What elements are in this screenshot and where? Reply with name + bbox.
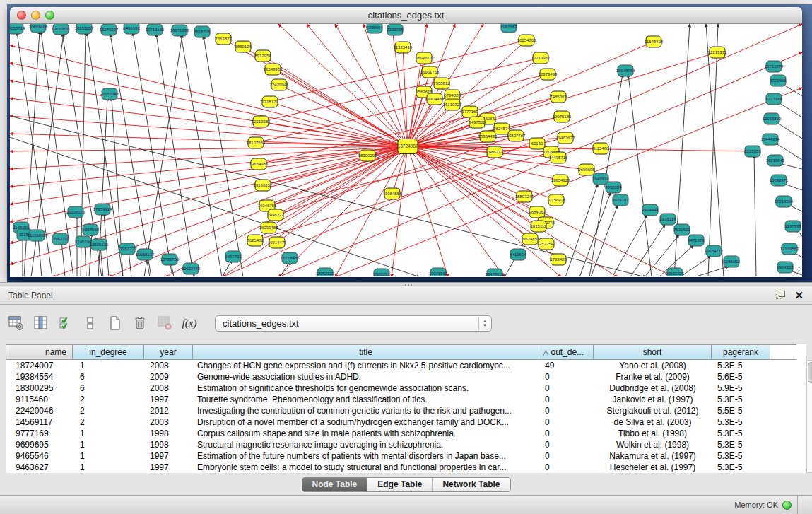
network-node[interactable]: 19654923 xyxy=(551,175,570,186)
network-node[interactable]: 19463627 xyxy=(556,132,575,144)
cell-title[interactable]: Estimation of the future numbers of pati… xyxy=(193,450,539,462)
network-edge[interactable] xyxy=(10,134,408,146)
network-node[interactable]: 11325419 xyxy=(394,42,413,53)
network-node[interactable]: 6398694 xyxy=(366,24,383,33)
table-row[interactable]: 969969511998Structural magnetic resonanc… xyxy=(6,439,806,450)
resize-grip-icon[interactable] xyxy=(791,265,801,275)
table-scrollbar-thumb[interactable] xyxy=(808,362,812,383)
network-node[interactable]: 9329966 xyxy=(770,75,787,86)
network-node[interactable]: 18107554 xyxy=(247,137,266,148)
network-node[interactable]: 6479197 xyxy=(612,194,629,206)
cell-in-degree[interactable]: 1 xyxy=(73,360,144,371)
tab-node-table[interactable]: Node Table xyxy=(302,478,367,491)
network-edge[interactable] xyxy=(10,63,408,146)
cell-title[interactable]: Genome-wide association studies in ADHD. xyxy=(193,371,539,382)
network-node[interactable]: 8912954 xyxy=(254,50,271,62)
table-row[interactable]: 946554611997Estimation of the future num… xyxy=(6,450,806,462)
network-node-hub[interactable]: 18724007 xyxy=(398,139,418,154)
network-edge[interactable] xyxy=(392,146,408,276)
cell-name[interactable]: 9777169 xyxy=(6,428,73,439)
cell-year[interactable]: 1997 xyxy=(144,462,193,473)
network-edge[interactable] xyxy=(408,146,753,151)
cell-name[interactable]: 18300295 xyxy=(6,382,73,394)
network-node[interactable]: 1733426 xyxy=(550,254,567,265)
network-node[interactable]: 20501321 xyxy=(666,268,685,276)
cell-short[interactable]: Dudbridge et al. (2008) xyxy=(594,382,712,394)
cell-title[interactable]: Corpus callosum shape and size in male p… xyxy=(193,428,539,439)
network-node[interactable]: 20153346 xyxy=(100,88,119,100)
cell-pagerank[interactable]: 5.3E-5 xyxy=(712,450,770,462)
network-node[interactable]: 10653287 xyxy=(75,24,94,34)
network-node[interactable]: 16476508 xyxy=(486,269,505,276)
cell-year[interactable]: 1998 xyxy=(144,428,193,439)
network-node[interactable]: 62160 xyxy=(529,138,545,149)
network-node[interactable]: 12923446 xyxy=(182,263,201,274)
network-edge[interactable] xyxy=(591,205,618,276)
column-header-short[interactable]: short xyxy=(594,344,712,360)
network-edge[interactable] xyxy=(579,192,611,276)
network-node[interactable]: 10654112 xyxy=(705,245,724,257)
cell-pagerank[interactable]: 5.3E-5 xyxy=(712,394,770,405)
network-node[interactable]: 19904487 xyxy=(425,93,445,105)
network-node[interactable]: 10756928 xyxy=(547,194,566,206)
network-node[interactable]: 19654985 xyxy=(249,158,269,170)
network-node[interactable]: 12975185 xyxy=(553,111,572,122)
cell-title[interactable]: Structural magnetic resonance image aver… xyxy=(193,439,539,450)
cell-in-degree[interactable]: 2 xyxy=(73,416,144,428)
network-edge[interactable] xyxy=(261,58,541,122)
network-node[interactable]: 9560291 xyxy=(373,269,390,276)
network-node[interactable]: 9684067 xyxy=(529,206,546,218)
network-node[interactable]: 9097548 xyxy=(82,224,99,235)
column-header-title[interactable]: title xyxy=(193,344,539,360)
cell-short[interactable]: Hescheler et al. (1997) xyxy=(594,462,712,473)
network-edge[interactable] xyxy=(628,74,652,276)
network-edge[interactable] xyxy=(85,244,86,276)
table-row[interactable]: 946362711997Embryonic stem cells: a mode… xyxy=(6,462,806,473)
network-edge[interactable] xyxy=(10,146,408,243)
network-node[interactable]: 7632621 xyxy=(673,224,690,235)
cell-short[interactable]: Jankovic et al. (1997) xyxy=(594,394,712,405)
cell-in-degree[interactable]: 1 xyxy=(73,462,144,473)
network-node[interactable]: 19166852 xyxy=(254,180,273,191)
column-header-out-de-[interactable]: △out_de... xyxy=(539,344,594,360)
network-node[interactable]: 16543982 xyxy=(264,64,283,75)
network-node[interactable]: 3498222 xyxy=(267,209,284,221)
cell-out-de-[interactable]: 0 xyxy=(539,394,594,405)
network-node[interactable]: 16958107 xyxy=(136,249,155,260)
cell-in-degree[interactable]: 2 xyxy=(73,394,144,405)
network-edge[interactable] xyxy=(133,33,172,276)
network-node[interactable]: 20206576 xyxy=(66,206,86,218)
network-node[interactable]: 16782759 xyxy=(160,254,180,265)
table-row[interactable]: 1938455462009Genome-wide association stu… xyxy=(6,371,806,382)
network-node[interactable]: 19384554 xyxy=(383,188,402,199)
network-edge[interactable] xyxy=(775,122,802,139)
close-panel-icon[interactable]: ✕ xyxy=(794,291,804,300)
table-selector-dropdown[interactable]: citations_edges.txt ▲▼ xyxy=(215,315,492,332)
cell-short[interactable]: Tibbo et al. (1998) xyxy=(594,428,712,439)
column-header-pagerank[interactable]: pagerank xyxy=(712,344,770,360)
cell-pagerank[interactable]: 5.3E-5 xyxy=(712,360,770,371)
row-height-icon[interactable] xyxy=(81,314,100,332)
cell-out-de-[interactable]: 0 xyxy=(539,405,594,416)
zoom-window-button[interactable] xyxy=(45,11,54,20)
network-node[interactable]: 8215958 xyxy=(744,146,761,157)
float-panel-icon[interactable] xyxy=(776,291,786,300)
cell-title[interactable]: Embryonic stem cells: a model to study s… xyxy=(193,462,539,473)
network-node[interactable]: 9860124 xyxy=(235,41,252,52)
tab-edge-table[interactable]: Edge Table xyxy=(367,478,432,491)
network-edge[interactable] xyxy=(10,146,408,151)
network-edge[interactable] xyxy=(259,146,408,164)
network-node[interactable]: 6497568 xyxy=(469,117,486,128)
table-row[interactable]: 911546021997Tourette syndrome. Phenomeno… xyxy=(6,394,806,405)
cell-short[interactable]: Nakamura et al. (1997) xyxy=(594,450,712,462)
cell-pagerank[interactable]: 5.3E-5 xyxy=(712,439,770,450)
network-edge[interactable] xyxy=(61,241,65,276)
cell-name[interactable]: 14569117 xyxy=(6,416,73,428)
function-builder-icon[interactable]: f(x) xyxy=(180,314,199,332)
network-node[interactable]: 1615112 xyxy=(531,221,548,232)
network-node[interactable]: 15718485 xyxy=(281,252,300,264)
network-edge[interactable] xyxy=(263,56,408,146)
network-node[interactable]: 16210643 xyxy=(766,155,785,166)
network-node[interactable]: 17957223 xyxy=(118,243,137,255)
cell-out-de-[interactable]: 0 xyxy=(539,462,594,473)
